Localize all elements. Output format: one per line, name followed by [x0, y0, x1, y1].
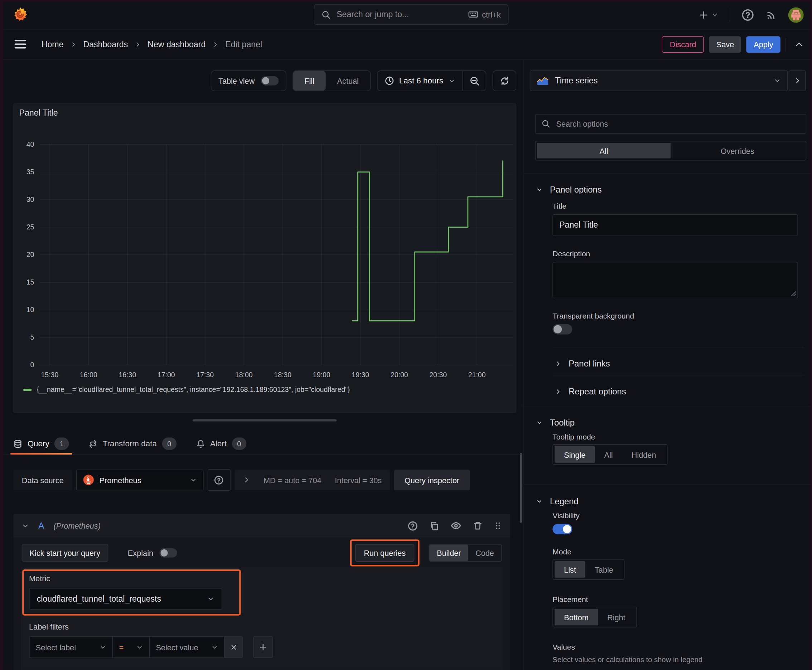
save-button[interactable]: Save: [709, 36, 741, 52]
panel-options-section-header[interactable]: Panel options: [536, 179, 602, 200]
operator-dropdown[interactable]: =: [112, 636, 150, 658]
explain-label: Explain: [128, 548, 153, 557]
panel-links-section-header[interactable]: Panel links: [554, 353, 610, 374]
mode-list-option[interactable]: List: [554, 561, 585, 578]
tab-transform-label: Transform data: [103, 439, 157, 448]
options-search[interactable]: [535, 114, 806, 134]
builder-option[interactable]: Builder: [430, 545, 468, 561]
placement-bottom-option[interactable]: Bottom: [554, 609, 598, 625]
tab-query[interactable]: Query 1: [14, 433, 69, 455]
apply-button[interactable]: Apply: [746, 36, 780, 52]
help-icon[interactable]: [741, 8, 754, 21]
fill-actual-switch: Fill Actual: [293, 71, 371, 91]
search-shortcut-label: ctrl+k: [482, 10, 500, 19]
query-inspector-button[interactable]: Query inspector: [394, 470, 470, 490]
tab-overrides[interactable]: Overrides: [671, 143, 804, 158]
user-avatar[interactable]: [788, 7, 804, 22]
tooltip-single-option[interactable]: Single: [554, 446, 595, 463]
query-row-header[interactable]: A (Prometheus): [14, 514, 510, 537]
toggle-visibility-icon[interactable]: [450, 520, 461, 531]
toggle-knob: [160, 549, 168, 557]
zoom-out-button[interactable]: [463, 71, 486, 91]
datasource-value: Prometheus: [100, 475, 141, 485]
grafana-logo-icon[interactable]: [12, 7, 28, 22]
datasource-picker[interactable]: Prometheus: [76, 470, 203, 490]
tab-alert-label: Alert: [210, 439, 227, 448]
time-range-picker[interactable]: Last 6 hours: [377, 71, 463, 91]
svg-text:19:00: 19:00: [313, 371, 331, 379]
run-queries-button[interactable]: Run queries: [355, 544, 415, 562]
tooltip-hidden-option[interactable]: Hidden: [622, 446, 666, 463]
remove-filter-button[interactable]: [224, 636, 243, 658]
refresh-button[interactable]: [493, 71, 517, 91]
discard-button[interactable]: Discard: [662, 36, 704, 52]
transparent-background-toggle[interactable]: [553, 324, 572, 334]
description-textarea[interactable]: [553, 262, 798, 298]
svg-text:19:30: 19:30: [352, 371, 369, 379]
breadcrumb-dashboards[interactable]: Dashboards: [83, 40, 128, 49]
svg-text:17:30: 17:30: [196, 371, 214, 379]
add-filter-button[interactable]: [253, 636, 273, 658]
select-label-dropdown[interactable]: Select label: [29, 636, 113, 658]
options-search-input[interactable]: [555, 119, 800, 129]
code-option[interactable]: Code: [468, 545, 501, 561]
tooltip-section-header[interactable]: Tooltip: [536, 412, 575, 433]
tab-all[interactable]: All: [537, 143, 671, 158]
section-divider: [553, 347, 804, 347]
placement-right-option[interactable]: Right: [598, 609, 635, 625]
visibility-label: Visibility: [553, 511, 579, 520]
mode-table-option[interactable]: Table: [585, 561, 622, 578]
duplicate-query-icon[interactable]: [429, 521, 439, 530]
panel-resize-handle[interactable]: [193, 420, 337, 421]
legend-visibility-toggle[interactable]: [553, 524, 572, 535]
chevron-down-icon: [190, 476, 197, 483]
section-divider: [524, 485, 812, 485]
svg-text:20: 20: [27, 250, 34, 259]
visualization-picker[interactable]: Time series: [530, 71, 788, 91]
repeat-options-section-header[interactable]: Repeat options: [554, 381, 626, 402]
legend-series-swatch[interactable]: [23, 389, 32, 391]
query-tools-row: Kick start your query Explain Run querie…: [22, 544, 502, 562]
edit-actions: Discard Save Apply: [662, 29, 804, 59]
explain-toggle[interactable]: [159, 548, 177, 558]
chevron-right-icon: [135, 41, 141, 47]
metric-select[interactable]: cloudflared_tunnel_total_requests: [29, 588, 222, 610]
collapse-header-icon[interactable]: [795, 40, 804, 49]
global-search-input[interactable]: [336, 9, 463, 20]
collapse-options-button[interactable]: [789, 71, 806, 91]
fill-option[interactable]: Fill: [293, 71, 325, 91]
chevron-right-icon[interactable]: [243, 476, 250, 484]
select-value-dropdown[interactable]: Select value: [149, 636, 225, 658]
legend-placement-label: Placement: [553, 595, 588, 604]
chevron-down-icon[interactable]: [22, 522, 29, 530]
query-section-tabs: Query 1 Transform data 0 Alert 0: [14, 433, 246, 455]
query-ref-id[interactable]: A: [38, 520, 44, 531]
panel-title-input[interactable]: [553, 214, 798, 236]
chevron-down-icon: [536, 498, 543, 505]
datasource-help-button[interactable]: [208, 469, 231, 491]
breadcrumb-edit-panel: Edit panel: [225, 40, 262, 49]
legend-section-header[interactable]: Legend: [536, 491, 578, 511]
menu-toggle-icon[interactable]: [15, 39, 27, 49]
legend-series-name[interactable]: {__name__="cloudflared_tunnel_total_requ…: [37, 386, 350, 394]
new-menu-button[interactable]: [699, 10, 719, 19]
legend-placement-switch: Bottom Right: [553, 607, 637, 628]
operator-value: =: [119, 643, 124, 652]
global-search[interactable]: ctrl+k: [314, 4, 509, 25]
delete-query-icon[interactable]: [473, 521, 483, 530]
tab-alert[interactable]: Alert 0: [196, 433, 246, 455]
table-view-toggle[interactable]: [261, 76, 278, 86]
search-icon: [542, 120, 550, 128]
main-scrollbar[interactable]: [520, 453, 522, 523]
time-series-chart[interactable]: 051015202530354015:3016:0016:3017:0017:3…: [14, 104, 516, 384]
actual-option[interactable]: Actual: [326, 71, 370, 91]
breadcrumb-new-dashboard[interactable]: New dashboard: [147, 40, 205, 49]
news-rss-icon[interactable]: [765, 9, 777, 20]
breadcrumb-home[interactable]: Home: [42, 40, 64, 49]
tab-transform-data[interactable]: Transform data 0: [89, 433, 176, 455]
query-help-icon[interactable]: [407, 520, 418, 531]
kickstart-query-button[interactable]: Kick start your query: [22, 544, 108, 562]
tooltip-all-option[interactable]: All: [595, 446, 622, 463]
section-divider: [524, 173, 812, 173]
drag-handle-icon[interactable]: [494, 521, 502, 530]
